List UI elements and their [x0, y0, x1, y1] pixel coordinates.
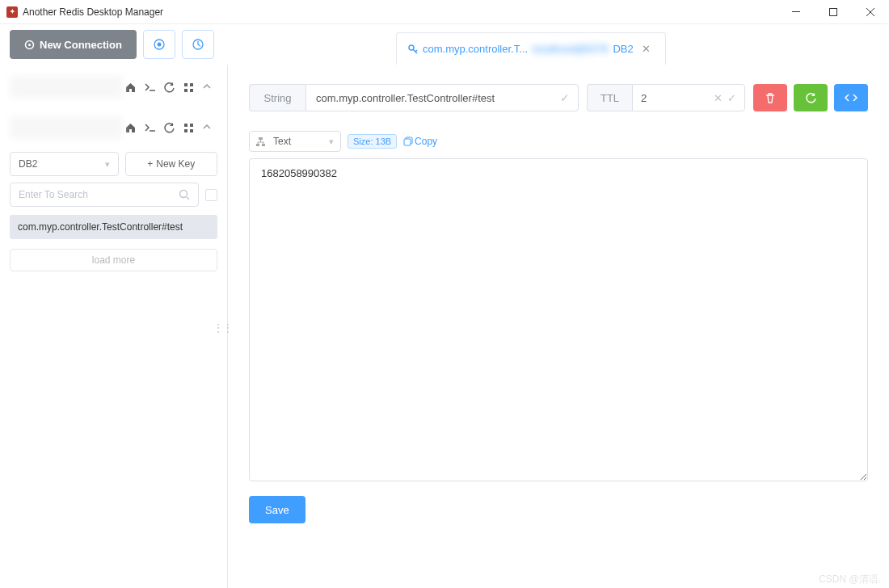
tab-key-label: com.myp.controller.T...: [423, 43, 528, 55]
sidebar: DB2 ▾ + New Key Enter To Search com.myp.…: [0, 65, 228, 588]
close-button[interactable]: [852, 0, 889, 24]
refresh-icon[interactable]: [164, 123, 179, 133]
tab-key-view[interactable]: com.myp.controller.T... localhost@6379 D…: [396, 32, 666, 65]
new-connection-label: New Connection: [40, 39, 122, 51]
type-label: String: [264, 92, 292, 104]
save-label: Save: [265, 504, 289, 516]
new-connection-button[interactable]: New Connection: [10, 30, 137, 59]
value-content: 1682058990382: [261, 167, 337, 179]
key-icon: [408, 44, 418, 54]
grid-icon[interactable]: [183, 123, 198, 133]
confirm-key-icon[interactable]: ✓: [560, 91, 570, 104]
svg-point-3: [28, 44, 31, 46]
grid-icon[interactable]: [183, 82, 198, 93]
settings-button[interactable]: [143, 30, 175, 59]
tab-close-icon[interactable]: ✕: [642, 43, 651, 55]
trash-icon: [765, 92, 776, 103]
format-select[interactable]: Text ▾: [249, 131, 341, 152]
type-select: String: [249, 84, 305, 111]
log-button[interactable]: [182, 30, 214, 59]
ttl-value: 2: [641, 92, 647, 104]
svg-rect-10: [184, 89, 187, 92]
refresh-button[interactable]: [794, 84, 828, 111]
copy-icon: [403, 136, 413, 146]
home-icon[interactable]: [125, 123, 140, 133]
maximize-icon: [829, 8, 837, 16]
chevron-up-icon[interactable]: [203, 123, 217, 133]
svg-rect-0: [792, 11, 800, 12]
chevron-down-icon: ▾: [329, 136, 334, 147]
ttl-label-box: TTL: [587, 84, 632, 111]
search-icon[interactable]: [179, 189, 190, 200]
ttl-input[interactable]: 2 ✕ ✓: [632, 84, 745, 111]
svg-point-16: [180, 191, 187, 198]
ttl-label: TTL: [600, 92, 619, 104]
search-placeholder: Enter To Search: [19, 189, 88, 200]
svg-rect-13: [190, 124, 193, 127]
svg-rect-14: [184, 129, 187, 132]
new-key-label: New Key: [156, 158, 195, 170]
window-title: Another Redis Desktop Manager: [23, 6, 163, 18]
key-text: com.myp.controller.TestController#test: [18, 221, 183, 233]
watermark: CSDN @清语.: [819, 573, 881, 586]
load-more-button[interactable]: load more: [10, 249, 217, 271]
size-badge: Size: 13B: [348, 134, 397, 149]
search-input[interactable]: Enter To Search: [10, 183, 199, 207]
refresh-icon[interactable]: [164, 82, 179, 93]
clear-ttl-icon[interactable]: ✕: [714, 92, 723, 104]
chevron-down-icon: ▾: [105, 159, 110, 170]
svg-rect-17: [259, 137, 263, 140]
home-icon[interactable]: [125, 82, 140, 93]
titlebar-left: ✦ Another Redis Desktop Manager: [6, 6, 163, 18]
svg-point-5: [157, 43, 161, 47]
save-button[interactable]: Save: [249, 496, 305, 523]
key-list-item[interactable]: com.myp.controller.TestController#test: [10, 215, 217, 239]
svg-rect-18: [256, 144, 259, 146]
svg-rect-12: [184, 124, 187, 127]
connection-name-blurred: [10, 116, 123, 139]
target-icon: [153, 38, 166, 51]
tabs-bar: com.myp.controller.T... localhost@6379 D…: [396, 32, 666, 65]
copy-label: Copy: [415, 136, 437, 147]
close-icon: [866, 8, 874, 16]
maximize-button[interactable]: [815, 0, 852, 24]
tab-db-label: DB2: [613, 43, 633, 55]
svg-rect-1: [830, 8, 837, 15]
db-select[interactable]: DB2 ▾: [10, 152, 119, 176]
load-more-label: load more: [92, 254, 135, 266]
value-textarea[interactable]: 1682058990382: [249, 158, 868, 481]
confirm-ttl-icon[interactable]: ✓: [727, 92, 736, 104]
svg-rect-9: [190, 83, 193, 86]
format-label: Text: [273, 136, 291, 147]
svg-rect-11: [190, 89, 193, 92]
app-icon: ✦: [6, 6, 18, 18]
copy-button[interactable]: Copy: [403, 136, 437, 147]
code-button[interactable]: [834, 84, 868, 111]
minimize-icon: [792, 11, 800, 12]
delete-button[interactable]: [753, 84, 787, 111]
exact-match-checkbox[interactable]: [205, 189, 217, 201]
svg-rect-8: [184, 83, 187, 86]
connection-row-2[interactable]: [10, 111, 217, 144]
svg-rect-15: [190, 129, 193, 132]
key-input[interactable]: com.myp.controller.TestController#test ✓: [305, 84, 579, 111]
tab-conn-label: localhost@6379: [533, 43, 608, 55]
chevron-up-icon[interactable]: [203, 82, 217, 93]
svg-rect-19: [262, 144, 265, 146]
refresh-icon: [805, 92, 816, 103]
terminal-icon[interactable]: [145, 123, 159, 133]
db-select-label: DB2: [19, 158, 37, 170]
svg-rect-21: [404, 139, 411, 145]
connection-row-1[interactable]: [10, 71, 217, 103]
minimize-button[interactable]: [777, 0, 815, 24]
tree-icon: [256, 137, 265, 146]
connection-name-blurred: [10, 76, 123, 99]
plus-icon: +: [147, 158, 153, 170]
new-key-button[interactable]: + New Key: [125, 152, 218, 176]
clock-icon: [192, 38, 204, 51]
window-controls: [777, 0, 889, 24]
key-value: com.myp.controller.TestController#test: [316, 92, 495, 104]
code-icon: [845, 92, 857, 103]
gear-icon: [24, 40, 35, 50]
terminal-icon[interactable]: [145, 82, 159, 93]
